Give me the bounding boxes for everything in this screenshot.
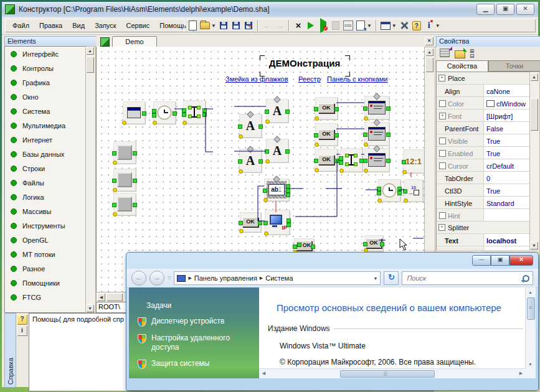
menu-item[interactable]: Файл xyxy=(7,19,34,32)
sidebar-item-Инструменты[interactable]: Инструменты xyxy=(5,218,85,233)
tools-icon[interactable] xyxy=(398,19,410,32)
sidebar-item-Базы данных[interactable]: Базы данных xyxy=(5,147,85,161)
property-row[interactable]: Ctl3DTrue xyxy=(437,184,530,197)
form-view-icon[interactable] xyxy=(354,19,367,32)
elements-scrollbar[interactable]: ▲ ▼ xyxy=(85,46,96,313)
property-value[interactable]: True xyxy=(484,134,530,146)
help-info-icon[interactable]: i xyxy=(17,325,27,336)
property-row[interactable]: HintStyleStandard xyxy=(437,197,530,209)
task-item[interactable]: Защита системы xyxy=(129,352,259,369)
scroll-right-icon[interactable]: ▶ xyxy=(516,369,526,378)
maximize-button[interactable]: ▣ xyxy=(496,4,514,15)
breadcrumb-control-panel[interactable]: Панель управления xyxy=(194,274,257,282)
run-release-icon[interactable] xyxy=(317,19,329,32)
tab-close-icon[interactable]: ✕ xyxy=(425,37,433,45)
help-question-icon[interactable]: ? xyxy=(17,314,27,325)
property-row[interactable]: +Splitter xyxy=(437,222,530,234)
tree-expand-icon[interactable]: ⊞⊟ xyxy=(470,49,481,58)
scroll-thumb[interactable] xyxy=(107,293,123,301)
scroll-down-icon[interactable]: ▼ xyxy=(86,304,94,312)
sidebar-item-Массивы[interactable]: Массивы xyxy=(5,204,85,218)
save-edit-icon[interactable] xyxy=(242,19,255,32)
scroll-up-icon[interactable]: ▲ xyxy=(425,48,433,56)
menu-item[interactable]: Сервис xyxy=(121,19,155,32)
sidebar-item-Окно[interactable]: Окно xyxy=(5,90,85,104)
about-icon[interactable]: i xyxy=(423,19,435,32)
scroll-thumb[interactable] xyxy=(527,297,535,320)
run-icon[interactable] xyxy=(305,19,317,32)
scroll-up-icon[interactable]: ▲ xyxy=(526,287,535,297)
sidebar-item-Мультимедиа[interactable]: Мультимедиа xyxy=(5,118,85,133)
address-dropdown-icon[interactable]: ▼ xyxy=(373,276,377,281)
property-value[interactable]: 0 xyxy=(484,172,530,184)
property-group[interactable]: +Splitter xyxy=(437,222,530,233)
menu-item[interactable]: Правка xyxy=(34,19,67,32)
tab-demo[interactable]: Demo xyxy=(112,36,157,47)
property-row[interactable]: +Font[Шрифт] xyxy=(437,110,530,122)
save-all-icon[interactable] xyxy=(230,19,242,32)
scroll-up-icon[interactable]: ▲ xyxy=(86,47,94,55)
sidebar-item-Строки[interactable]: Строки xyxy=(5,161,85,175)
breadcrumb-system[interactable]: Система xyxy=(265,274,293,282)
history-dropdown-icon[interactable]: ▽ xyxy=(168,276,171,281)
property-value[interactable]: clWindow xyxy=(484,97,530,109)
properties-scrollbar[interactable]: ▲ ▼ xyxy=(529,72,540,251)
forward-button[interactable]: → xyxy=(149,271,164,286)
sidebar-item-Помощники[interactable]: Помощники xyxy=(5,276,85,290)
dropdown-arrow-icon[interactable]: ▼ xyxy=(435,23,440,29)
open-folder-icon[interactable] xyxy=(455,49,466,58)
property-row[interactable]: Hint xyxy=(437,209,530,222)
back-button[interactable]: ← xyxy=(131,271,146,286)
property-row[interactable]: CursorcrDefault xyxy=(437,159,530,172)
property-row[interactable]: ParentFontFalse xyxy=(437,122,530,134)
property-row[interactable]: TabOrder0 xyxy=(437,172,530,184)
property-value[interactable]: Standard xyxy=(484,197,530,208)
sidebar-item-Логика[interactable]: Логика xyxy=(5,190,85,204)
expand-icon[interactable]: + xyxy=(439,113,446,119)
task-item[interactable]: Настройка удаленного доступа xyxy=(129,327,259,352)
dropdown-arrow-icon[interactable]: ▼ xyxy=(392,23,397,29)
sidebar-item-Контролы[interactable]: Контролы xyxy=(5,61,85,75)
scroll-down-icon[interactable]: ▼ xyxy=(526,360,535,369)
property-row[interactable]: +Place xyxy=(437,72,530,85)
close-button[interactable]: ✕ xyxy=(516,4,534,15)
vista-minimize-button[interactable]: — xyxy=(472,255,491,266)
scroll-up-icon[interactable]: ▲ xyxy=(530,73,538,81)
menu-item[interactable]: Запуск xyxy=(90,19,121,32)
sidebar-item-Интернет[interactable]: Интернет xyxy=(5,133,85,147)
dropdown-arrow-icon[interactable]: ▼ xyxy=(367,23,372,29)
property-group[interactable]: +Place xyxy=(437,72,530,84)
help-side-tab[interactable]: Справка xyxy=(4,313,16,388)
search-input[interactable] xyxy=(405,274,523,282)
task-item[interactable]: Диспетчер устройств xyxy=(129,310,259,327)
property-value[interactable]: True xyxy=(484,147,530,159)
property-value[interactable]: False xyxy=(484,122,530,134)
property-row[interactable]: ColorclWindow xyxy=(437,97,530,110)
address-bar[interactable]: ▶ Панель управления ▶ Система ▼ xyxy=(174,271,381,285)
open-file-icon[interactable] xyxy=(199,19,211,32)
sidebar-item-Файлы[interactable]: Файлы xyxy=(5,175,85,190)
sidebar-item-Система[interactable]: Система xyxy=(5,104,85,118)
code-view-icon[interactable]: 0101 xyxy=(342,19,354,32)
property-row[interactable]: AligncaNone xyxy=(437,85,530,97)
scroll-thumb[interactable] xyxy=(340,370,435,378)
vista-maximize-button[interactable]: ▣ xyxy=(491,255,509,266)
scroll-thumb[interactable] xyxy=(425,57,433,72)
scroll-down-icon[interactable]: ▼ xyxy=(530,241,538,250)
vista-hscrollbar[interactable]: ◀ ▶ xyxy=(259,368,526,378)
property-value[interactable]: localhost xyxy=(484,234,530,246)
minimize-button[interactable]: ▁ xyxy=(476,4,495,15)
layout-icon[interactable] xyxy=(379,19,392,32)
save-icon[interactable] xyxy=(217,19,230,32)
sidebar-item-Разное[interactable]: Разное xyxy=(5,261,85,276)
vista-system-window[interactable]: — ▣ ✕ ← → ▽ ▶ Панель управления ▶ Систем… xyxy=(126,252,539,391)
vista-title-bar[interactable]: — ▣ ✕ xyxy=(126,253,538,269)
property-grid-icon[interactable] xyxy=(440,49,451,58)
sidebar-item-OpenGL[interactable]: OpenGL xyxy=(5,233,85,247)
property-row[interactable]: Textlocalhost xyxy=(437,234,530,246)
property-value[interactable] xyxy=(484,209,530,221)
vista-vscrollbar[interactable]: ▲ ▼ xyxy=(525,287,536,378)
tab-points[interactable]: Точки xyxy=(488,60,540,72)
new-file-icon[interactable] xyxy=(186,19,199,32)
refresh-icon[interactable]: ↻ xyxy=(384,271,399,285)
